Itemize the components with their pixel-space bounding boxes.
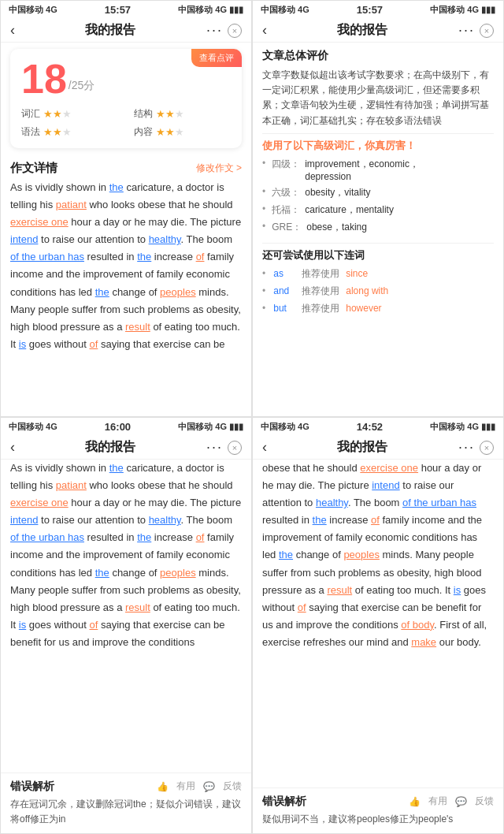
hl-is-br: is: [454, 584, 461, 596]
hl-of-bl-1: of: [196, 531, 205, 543]
nav-left-tl[interactable]: ‹: [10, 22, 15, 39]
panel-bottom-right: 中国移动 4G 14:52 中国移动 4G ▮▮▮ ‹ 我的报告 ··· × o…: [252, 417, 504, 834]
nav-title-tr: 我的报告: [337, 22, 387, 39]
dim-grammar: 语法 ★★★: [21, 125, 118, 139]
time-tl: 15:57: [105, 4, 131, 16]
dots-tl[interactable]: ···: [206, 22, 223, 39]
hl-ofbody-br: of body: [401, 619, 434, 631]
feedback-label-br[interactable]: 反馈: [475, 795, 494, 808]
close-icon-bl[interactable]: ×: [228, 441, 242, 455]
vocab-section: 使用了以下高级词汇，你真厉害！ • 四级： improvement，econom…: [253, 134, 503, 243]
dim-content-stars: ★★★: [156, 126, 184, 138]
nav-title-tl: 我的报告: [85, 22, 135, 39]
hl-intend: intend: [10, 233, 38, 245]
vocab-item-2: • 托福： caricature，mentality: [262, 203, 494, 217]
overall-eval: 文章总体评价 文章字数疑似超出该考试字数要求；在高中级别下，有一定词汇积累，能使…: [253, 43, 503, 133]
conn-bullet-2: •: [262, 303, 265, 314]
back-icon-tl[interactable]: ‹: [10, 22, 15, 39]
essay-text-br: obese that he should exercise one hour a…: [262, 460, 494, 651]
error-actions-br: 👍 有用 💬 反馈: [409, 795, 494, 808]
back-icon-bl[interactable]: ‹: [10, 439, 15, 456]
essay-text-tl: As is vividly shown in the caricature, a…: [10, 179, 242, 353]
time-tr: 15:57: [357, 4, 383, 16]
panel-top-left: 中国移动 4G 15:57 中国移动 4G ▮▮▮ ‹ 我的报告 ··· × 查…: [0, 0, 252, 417]
conn-label-0: 推荐使用: [302, 267, 339, 281]
essay-content-tl: As is vividly shown in the caricature, a…: [1, 179, 251, 416]
eval-title: 文章总体评价: [262, 49, 494, 63]
dim-content: 内容 ★★★: [134, 125, 231, 139]
hl-the-bl-2: the: [137, 531, 151, 543]
nav-bar-br: ‹ 我的报告 ··· ×: [253, 436, 503, 460]
hl-the-br-1: the: [313, 514, 327, 526]
nav-left-bl[interactable]: ‹: [10, 439, 15, 456]
carrier-left-tr: 中国移动 4G: [261, 4, 309, 16]
connector-section: 还可尝试使用以下连词 • as 推荐使用 since • and 推荐使用 al…: [253, 244, 503, 324]
hl-of-br-2: of: [298, 601, 306, 613]
hl-peoples-1: peoples: [160, 286, 196, 298]
conn-word-and: and: [273, 285, 295, 296]
time-bl: 16:00: [105, 421, 131, 433]
feedback-label-bl[interactable]: 反馈: [223, 780, 242, 793]
hl-the-1: the: [109, 181, 124, 193]
hl-intend-br: intend: [372, 479, 399, 491]
vocab-words-0: improvement，economic，depression: [305, 158, 419, 182]
section-header-tl: 作文详情 修改作文 >: [1, 155, 251, 179]
nav-left-tr[interactable]: ‹: [262, 22, 267, 39]
helpful-label-bl[interactable]: 有用: [176, 780, 195, 793]
conn-suggest-but: however: [346, 303, 381, 314]
feedback-icon-bl: 💬: [203, 780, 215, 793]
hl-exercise-bl: exercise one: [10, 497, 69, 508]
hl-patiant: patiant: [56, 199, 87, 210]
hl-result-bl: result: [125, 601, 150, 613]
thumbup-icon-br: 👍: [409, 795, 421, 808]
conn-item-and: • and 推荐使用 along with: [262, 285, 494, 298]
conn-bullet-1: •: [262, 285, 265, 296]
nav-left-br[interactable]: ‹: [262, 439, 267, 456]
conn-label-2: 推荐使用: [302, 302, 339, 315]
nav-bar-tr: ‹ 我的报告 ··· ×: [253, 19, 503, 43]
conn-bullet-0: •: [262, 268, 265, 279]
score-dims: 词汇 ★★★ 结构 ★★★ 语法 ★★★ 内容 ★★★: [21, 107, 231, 139]
dots-tr[interactable]: ···: [458, 22, 475, 39]
hl-result-1: result: [125, 321, 150, 333]
hl-patiant-bl: patiant: [56, 479, 87, 491]
score-number: 18: [21, 58, 67, 99]
nav-bar-bl: ‹ 我的报告 ··· ×: [1, 436, 251, 460]
close-icon-tl[interactable]: ×: [228, 24, 242, 38]
vocab-item-3: • GRE： obese，taking: [262, 221, 494, 234]
essay-text-bl: As is vividly shown in the caricature, a…: [10, 460, 242, 651]
back-icon-tr[interactable]: ‹: [262, 22, 267, 39]
panel-bottom-left: 中国移动 4G 16:00 中国移动 4G ▮▮▮ ‹ 我的报告 ··· × A…: [0, 417, 252, 834]
bullet-2: •: [262, 203, 265, 214]
nav-right-bl: ··· ×: [206, 439, 242, 456]
review-button[interactable]: 查看点评: [191, 49, 242, 67]
carrier-right: 中国移动 4G ▮▮▮: [178, 4, 243, 16]
dim-grammar-stars: ★★★: [43, 126, 72, 138]
edit-essay-btn[interactable]: 修改作文 >: [196, 162, 242, 175]
hl-the-3: the: [95, 286, 109, 298]
close-icon-tr[interactable]: ×: [480, 24, 494, 38]
error-footer-br: 错误解析 👍 有用 💬 反馈 疑似用词不当，建议将peoples修正为peopl…: [253, 787, 503, 833]
close-icon-br[interactable]: ×: [480, 441, 494, 455]
thumbup-icon-bl: 👍: [157, 780, 169, 793]
carrier-left-br: 中国移动 4G: [261, 421, 309, 433]
status-bar-bl: 中国移动 4G 16:00 中国移动 4G ▮▮▮: [1, 418, 251, 436]
status-bar-tr: 中国移动 4G 15:57 中国移动 4G ▮▮▮: [253, 1, 503, 19]
nav-bar-tl: ‹ 我的报告 ··· ×: [1, 19, 251, 43]
dots-br[interactable]: ···: [458, 439, 475, 456]
hl-healthy-br: healthy: [316, 497, 348, 508]
bullet-0: •: [262, 158, 265, 169]
vocab-words-2: caricature，mentality: [305, 203, 394, 217]
error-footer-bl: 错误解析 👍 有用 💬 反馈 存在冠词冗余，建议删除冠词the；疑似介词错误，建…: [1, 773, 251, 833]
dots-bl[interactable]: ···: [206, 439, 223, 456]
hl-the-br-2: the: [279, 549, 293, 560]
helpful-label-br[interactable]: 有用: [428, 795, 447, 808]
hl-the-bl-3: the: [95, 567, 109, 579]
status-bar-br: 中国移动 4G 14:52 中国移动 4G ▮▮▮: [253, 418, 503, 436]
hl-of-bl-2: of: [89, 619, 98, 631]
carrier-left: 中国移动 4G: [9, 4, 57, 16]
hl-result-br: result: [327, 584, 352, 596]
back-icon-br[interactable]: ‹: [262, 439, 267, 456]
conn-item-as: • as 推荐使用 since: [262, 267, 494, 281]
nav-right-tl: ··· ×: [206, 22, 242, 39]
